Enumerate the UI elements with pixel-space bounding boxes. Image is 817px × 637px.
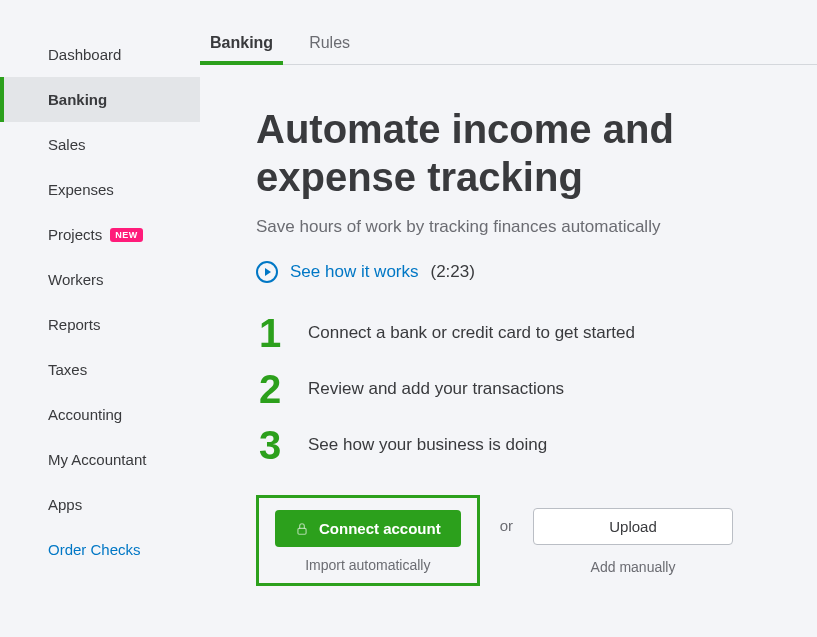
svg-rect-0 xyxy=(298,528,306,534)
lock-icon xyxy=(295,522,309,536)
play-icon xyxy=(256,261,278,283)
step-text: Connect a bank or credit card to get sta… xyxy=(308,323,635,343)
step-1: 1 Connect a bank or credit card to get s… xyxy=(256,313,807,353)
sidebar-item-label: My Accountant xyxy=(48,451,146,468)
tab-rules[interactable]: Rules xyxy=(309,34,350,64)
video-duration: (2:23) xyxy=(431,262,475,282)
sidebar-item-label: Reports xyxy=(48,316,101,333)
step-2: 2 Review and add your transactions xyxy=(256,369,807,409)
video-link-text: See how it works xyxy=(290,262,419,282)
sidebar-item-workers[interactable]: Workers xyxy=(0,257,200,302)
video-link-row[interactable]: See how it works (2:23) xyxy=(256,261,807,283)
button-label: Upload xyxy=(609,518,657,535)
step-number: 1 xyxy=(256,313,284,353)
sidebar: Dashboard Banking Sales Expenses Project… xyxy=(0,0,200,637)
sidebar-item-label: Expenses xyxy=(48,181,114,198)
tab-label: Banking xyxy=(210,34,273,51)
sidebar-item-banking[interactable]: Banking xyxy=(0,77,200,122)
sidebar-item-label: Apps xyxy=(48,496,82,513)
connect-hint: Import automatically xyxy=(305,557,430,573)
sidebar-item-my-accountant[interactable]: My Accountant xyxy=(0,437,200,482)
sidebar-item-apps[interactable]: Apps xyxy=(0,482,200,527)
sidebar-item-sales[interactable]: Sales xyxy=(0,122,200,167)
tab-banking[interactable]: Banking xyxy=(210,34,273,64)
sidebar-item-label: Workers xyxy=(48,271,104,288)
sidebar-item-label: Order Checks xyxy=(48,541,141,558)
tabs: Banking Rules xyxy=(200,0,817,65)
button-label: Connect account xyxy=(319,520,441,537)
upload-button[interactable]: Upload xyxy=(533,508,733,545)
or-label: or xyxy=(500,495,513,534)
steps-list: 1 Connect a bank or credit card to get s… xyxy=(256,313,807,465)
step-text: Review and add your transactions xyxy=(308,379,564,399)
upload-column: Upload Add manually xyxy=(533,495,733,575)
sidebar-item-projects[interactable]: Projects NEW xyxy=(0,212,200,257)
sidebar-item-label: Banking xyxy=(48,91,107,108)
step-text: See how your business is doing xyxy=(308,435,547,455)
sidebar-item-accounting[interactable]: Accounting xyxy=(0,392,200,437)
sidebar-item-dashboard[interactable]: Dashboard xyxy=(0,32,200,77)
tab-label: Rules xyxy=(309,34,350,51)
sidebar-item-label: Dashboard xyxy=(48,46,121,63)
connect-highlight-box: Connect account Import automatically xyxy=(256,495,480,586)
sidebar-item-reports[interactable]: Reports xyxy=(0,302,200,347)
actions-row: Connect account Import automatically or … xyxy=(256,495,807,586)
sidebar-item-label: Taxes xyxy=(48,361,87,378)
page-subtitle: Save hours of work by tracking finances … xyxy=(256,217,807,237)
step-number: 3 xyxy=(256,425,284,465)
sidebar-item-order-checks[interactable]: Order Checks xyxy=(0,527,200,572)
page-title: Automate income and expense tracking xyxy=(256,105,807,201)
sidebar-item-expenses[interactable]: Expenses xyxy=(0,167,200,212)
new-badge: NEW xyxy=(110,228,143,242)
sidebar-item-taxes[interactable]: Taxes xyxy=(0,347,200,392)
sidebar-item-label: Accounting xyxy=(48,406,122,423)
connect-account-button[interactable]: Connect account xyxy=(275,510,461,547)
main-area: Banking Rules Automate income and expens… xyxy=(200,0,817,637)
upload-hint: Add manually xyxy=(591,559,676,575)
step-3: 3 See how your business is doing xyxy=(256,425,807,465)
sidebar-item-label: Projects xyxy=(48,226,102,243)
step-number: 2 xyxy=(256,369,284,409)
content: Automate income and expense tracking Sav… xyxy=(200,65,817,586)
sidebar-item-label: Sales xyxy=(48,136,86,153)
